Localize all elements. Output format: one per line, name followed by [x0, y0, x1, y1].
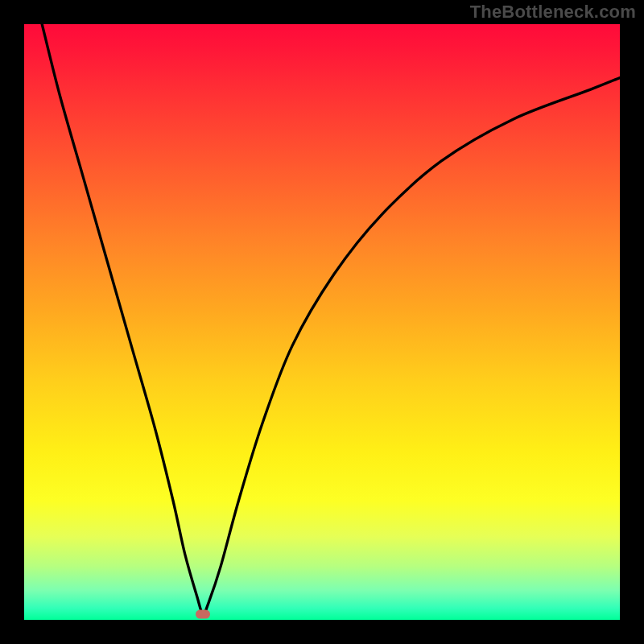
- watermark-text: TheBottleneck.com: [470, 2, 636, 23]
- optimum-marker: [196, 609, 210, 618]
- bottleneck-curve: [42, 24, 620, 614]
- chart-frame: TheBottleneck.com: [0, 0, 644, 644]
- plot-area: [24, 24, 620, 620]
- curve-svg: [24, 24, 620, 620]
